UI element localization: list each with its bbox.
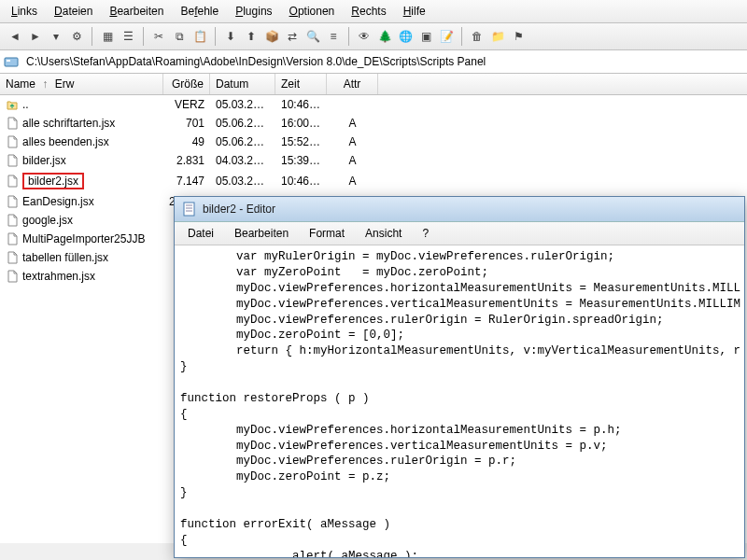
config-icon[interactable]: ⚙ bbox=[67, 27, 86, 46]
file-icon bbox=[6, 251, 19, 264]
table-row[interactable]: bilder.jsx2.83104.03.201415:39:06A bbox=[0, 151, 747, 170]
file-name: bilder2.jsx bbox=[22, 173, 84, 189]
notepad-app-icon bbox=[182, 202, 197, 217]
table-row[interactable]: alles beenden.jsx4905.06.201315:52:42A bbox=[0, 133, 747, 151]
search-icon[interactable]: 🔍 bbox=[303, 27, 322, 46]
notepad-menu-datei[interactable]: Datei bbox=[178, 224, 223, 243]
file-attr: A bbox=[327, 115, 378, 132]
file-size: 2.831 bbox=[163, 152, 210, 169]
notepad-titlebar[interactable]: bilder2 - Editor bbox=[175, 197, 744, 222]
view-icon[interactable]: 👁 bbox=[355, 27, 374, 46]
file-date: 05.03.2014 bbox=[210, 96, 275, 113]
folder-icon[interactable]: 📁 bbox=[488, 27, 507, 46]
extract-icon[interactable]: ⬆ bbox=[242, 27, 261, 46]
file-icon bbox=[6, 195, 19, 208]
file-time: 10:46:11 bbox=[275, 96, 327, 113]
file-name: bilder.jsx bbox=[22, 154, 66, 167]
file-date: 04.03.2014 bbox=[210, 152, 275, 169]
sort-indicator-icon: ↑ bbox=[42, 77, 48, 91]
svg-rect-0 bbox=[5, 58, 18, 66]
file-icon bbox=[6, 117, 19, 130]
file-size: 701 bbox=[163, 115, 210, 132]
notepad-menu-ansicht[interactable]: Ansicht bbox=[356, 224, 411, 243]
notepad-window[interactable]: bilder2 - Editor DateiBearbeitenFormatAn… bbox=[174, 196, 745, 558]
menu-item-dateien[interactable]: Dateien bbox=[47, 2, 100, 21]
file-icon bbox=[6, 232, 19, 245]
main-menubar: LinksDateienBearbeitenBefehlePluginsOpti… bbox=[0, 0, 747, 23]
toolbar-separator bbox=[215, 27, 216, 46]
file-icon bbox=[6, 214, 19, 227]
file-time: 15:39:06 bbox=[275, 152, 327, 169]
menu-item-hilfe[interactable]: Hilfe bbox=[396, 2, 433, 21]
forward-icon[interactable]: ► bbox=[26, 27, 45, 46]
tree-icon[interactable]: 🌲 bbox=[375, 27, 394, 46]
menu-item-befehle[interactable]: Befehle bbox=[173, 2, 226, 21]
file-name: google.jsx bbox=[22, 214, 73, 227]
file-name: textrahmen.jsx bbox=[22, 270, 95, 283]
drive-icon[interactable] bbox=[4, 54, 19, 69]
table-row[interactable]: ..VERZ05.03.201410:46:11 bbox=[0, 95, 747, 114]
terminal-icon[interactable]: ▣ bbox=[416, 27, 435, 46]
notepad-menu-?[interactable]: ? bbox=[413, 224, 438, 243]
back-icon[interactable]: ◄ bbox=[6, 27, 24, 46]
grid-icon[interactable]: ▦ bbox=[98, 27, 117, 46]
toolbar-separator bbox=[461, 27, 462, 46]
file-size: 7.147 bbox=[163, 173, 210, 189]
path-bar bbox=[0, 50, 747, 74]
col-attr[interactable]: Attr bbox=[327, 74, 378, 94]
cut-icon[interactable]: ✂ bbox=[149, 27, 168, 46]
main-toolbar: ◄ ► ▾ ⚙ ▦ ☰ ✂ ⧉ 📋 ⬇ ⬆ 📦 ⇄ 🔍 ≡ 👁 🌲 🌐 ▣ 📝 … bbox=[0, 23, 747, 50]
notepad-menubar: DateiBearbeitenFormatAnsicht? bbox=[175, 222, 744, 245]
history-icon[interactable]: ▾ bbox=[47, 27, 65, 46]
file-name: MultiPageImporter25JJB bbox=[22, 232, 145, 245]
file-date: 05.03.2014 bbox=[210, 173, 275, 189]
file-name: alle schriftarten.jsx bbox=[22, 117, 115, 130]
compress-icon[interactable]: ⬇ bbox=[221, 27, 240, 46]
list-header: Name ↑ Erw Größe Datum Zeit Attr bbox=[0, 74, 747, 95]
file-attr bbox=[327, 103, 378, 106]
col-date[interactable]: Datum bbox=[210, 74, 275, 94]
file-name: EanDesign.jsx bbox=[22, 195, 94, 208]
svg-rect-1 bbox=[7, 60, 10, 62]
col-size[interactable]: Größe bbox=[163, 74, 210, 94]
notepad-menu-format[interactable]: Format bbox=[300, 224, 354, 243]
copy-icon[interactable]: ⧉ bbox=[170, 27, 189, 46]
properties-icon[interactable]: ⚑ bbox=[509, 27, 528, 46]
delete-icon[interactable]: 🗑 bbox=[468, 27, 486, 46]
notepad-text-area[interactable]: var myRulerOrigin = myDoc.viewPreference… bbox=[175, 245, 744, 557]
toolbar-separator bbox=[143, 27, 144, 46]
col-name[interactable]: Name ↑ Erw bbox=[0, 74, 163, 94]
file-name: tabellen füllen.jsx bbox=[22, 251, 108, 264]
notepad-menu-bearbeiten[interactable]: Bearbeiten bbox=[225, 224, 298, 243]
path-input[interactable] bbox=[24, 52, 743, 71]
notepad-icon[interactable]: 📝 bbox=[437, 27, 456, 46]
file-icon bbox=[6, 270, 19, 283]
archive-icon[interactable]: 📦 bbox=[262, 27, 281, 46]
menu-item-optionen[interactable]: Optionen bbox=[282, 2, 343, 21]
file-attr: A bbox=[327, 133, 378, 150]
file-name: alles beenden.jsx bbox=[22, 135, 109, 148]
col-time[interactable]: Zeit bbox=[275, 74, 327, 94]
menu-item-links[interactable]: Links bbox=[4, 2, 45, 21]
menu-item-rechts[interactable]: Rechts bbox=[344, 2, 393, 21]
col-name-label: Name bbox=[6, 77, 35, 91]
file-time: 10:46:14 bbox=[275, 173, 327, 189]
paste-icon[interactable]: 📋 bbox=[190, 27, 209, 46]
ftp-icon[interactable]: 🌐 bbox=[396, 27, 415, 46]
select-icon[interactable]: ☰ bbox=[119, 27, 137, 46]
svg-rect-2 bbox=[184, 203, 194, 216]
table-row[interactable]: alle schriftarten.jsx70105.06.201316:00:… bbox=[0, 114, 747, 133]
file-attr: A bbox=[327, 173, 378, 189]
menu-item-bearbeiten[interactable]: Bearbeiten bbox=[102, 2, 171, 21]
table-row[interactable]: bilder2.jsx7.14705.03.201410:46:14A bbox=[0, 170, 747, 192]
compare-icon[interactable]: ≡ bbox=[324, 27, 343, 46]
menu-item-plugins[interactable]: Plugins bbox=[228, 2, 279, 21]
file-size: VERZ bbox=[163, 96, 210, 113]
file-time: 15:52:42 bbox=[275, 133, 327, 150]
notepad-title: bilder2 - Editor bbox=[203, 203, 275, 216]
file-attr: A bbox=[327, 152, 378, 169]
file-date: 05.06.2013 bbox=[210, 133, 275, 150]
file-icon bbox=[6, 154, 19, 167]
sync-icon[interactable]: ⇄ bbox=[283, 27, 302, 46]
toolbar-separator bbox=[92, 27, 92, 46]
